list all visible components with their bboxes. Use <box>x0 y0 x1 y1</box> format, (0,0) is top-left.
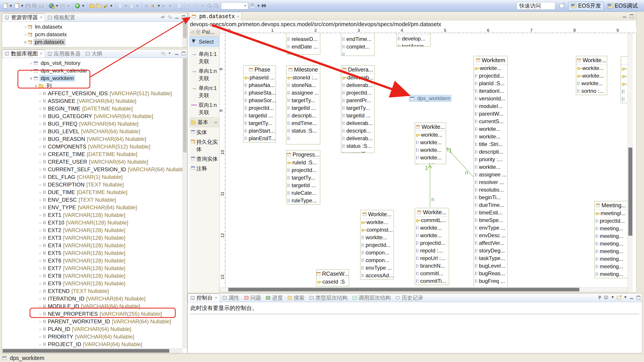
canvas-hscrollbar[interactable] <box>220 287 628 292</box>
tab-应用服务器[interactable]: 应用服务器 <box>45 50 83 58</box>
entity-attribute[interactable] <box>286 33 320 35</box>
dropdown-arrow[interactable]: ▼ <box>110 4 113 8</box>
tree-expander-icon[interactable]: › <box>37 137 43 142</box>
entity-deliverable[interactable]: Delivera...deliverab...deliverab...proje… <box>341 65 374 153</box>
open-perspective-icon[interactable] <box>559 3 565 9</box>
tree-item-dps_workitem[interactable]: ∨dps_workitem <box>2 74 187 82</box>
perspective-button-EOS调试[interactable]: EOS调试 <box>605 2 640 10</box>
tree-expander-icon[interactable]: › <box>37 129 43 134</box>
entity-attribute[interactable]: phaseNa... <box>244 82 276 89</box>
column-item-EXT7[interactable]: ›EXT7[VARCHAR(128) Nullable] <box>2 264 187 272</box>
entity-attribute[interactable]: accessAd... <box>360 272 394 279</box>
entity-attribute[interactable]: workite... <box>576 64 607 72</box>
entity-attribute[interactable]: projectId... <box>594 217 628 225</box>
entity-attribute[interactable]: complet... <box>341 43 374 50</box>
entity-attribute[interactable]: bugLevel... <box>474 262 507 270</box>
palette-tool-单向n:1 关联[interactable]: →单向n:1 关联 <box>190 84 219 100</box>
entity-phase[interactable]: PhasephaseId ...phaseNa...phaseSta...pha… <box>243 65 276 142</box>
maximize-icon[interactable] <box>629 14 634 18</box>
palette-tool-Select[interactable]: Select <box>190 37 219 46</box>
column-item-EXTEND[interactable]: ›EXTEND[TEXT Nullable] <box>2 287 187 295</box>
minimize-icon[interactable] <box>622 14 627 18</box>
tree-expander-icon[interactable]: › <box>37 144 43 149</box>
dropdown-arrow[interactable]: ▼ <box>611 295 614 300</box>
entity-attribute[interactable]: workite... <box>415 131 446 139</box>
column-item-EXT1[interactable]: ›EXT1[VARCHAR(128) Nullable] <box>2 211 187 219</box>
entity-attribute[interactable]: resolver ... <box>474 178 507 186</box>
tree-expander-icon[interactable]: › <box>37 167 43 172</box>
tab-数据库视图[interactable]: 数据库视图✕ <box>2 50 45 58</box>
maximize-icon[interactable] <box>636 295 641 300</box>
entity-attribute[interactable]: dueTime... <box>474 201 507 209</box>
column-item-BUG_FREQ[interactable]: ›BUG_FREQ[VARCHAR(64) Nullable] <box>2 120 187 128</box>
tree-expander-icon[interactable]: › <box>37 205 43 210</box>
tree-item-pcm.datasetx[interactable]: ›pcm.datasetx <box>2 31 187 38</box>
entity-attribute[interactable]: envDesc ... <box>474 232 507 239</box>
entity-attribute[interactable]: ruleType... <box>286 197 320 204</box>
entity-attribute[interactable] <box>341 33 374 35</box>
entity-attribute[interactable]: storyDeg... <box>474 247 507 254</box>
column-item-PROJECT_ID[interactable]: ›PROJECT_ID[VARCHAR(64) Nullable] <box>2 340 187 348</box>
column-item-ASSIGNEE[interactable]: ›ASSIGNEE[VARCHAR(64) Nullable] <box>2 97 187 105</box>
entity-attribute[interactable]: workite... <box>415 232 449 239</box>
entity-attribute[interactable]: workite... <box>474 163 507 171</box>
entity-meeting[interactable]: Meeting...meetingI...projectId...meeting… <box>594 201 628 278</box>
column-item-EXT10[interactable]: ›EXT10[VARCHAR(128) Nullable] <box>2 219 187 226</box>
entity-attribute[interactable]: deliverab... <box>341 82 374 89</box>
entity-attribute[interactable]: ruleId :S... <box>286 159 320 166</box>
tree-expander-icon[interactable]: › <box>37 114 43 119</box>
minimize-icon[interactable] <box>629 295 634 300</box>
entity-attribute[interactable]: parentW... <box>474 110 507 118</box>
tree-item-dps_visit_history[interactable]: ›dps_visit_history <box>2 59 187 67</box>
entity-attribute[interactable]: endTime... <box>341 35 374 43</box>
dropdown-arrow[interactable]: ▼ <box>9 4 12 8</box>
entity-attribute[interactable]: meeting... <box>594 232 628 240</box>
entity-wk-mid[interactable]: Workite...workite...compInst...workite..… <box>360 210 394 280</box>
entity-attribute[interactable]: affectVer... <box>474 239 507 247</box>
tree-expander-icon[interactable]: ∨ <box>33 84 39 88</box>
palette-tool-持久化实体[interactable]: 持久化实体 <box>190 137 219 154</box>
palette-tool-查询实体[interactable]: 查询实体 <box>190 154 219 164</box>
newdoc-icon[interactable] <box>14 3 20 9</box>
entity-attribute[interactable]: repoId :... <box>415 247 449 254</box>
entity-attribute[interactable]: phaseSor... <box>244 96 276 104</box>
entity-attribute[interactable] <box>286 134 320 142</box>
maximize-icon[interactable] <box>181 15 186 20</box>
dropdown-arrow[interactable]: ▼ <box>82 4 85 8</box>
entity-wk-commit[interactable]: Workite...commitL...workite...workite...… <box>415 208 449 285</box>
entity-attribute[interactable]: commitL... <box>341 150 374 153</box>
tree-expander-icon[interactable]: › <box>37 182 43 187</box>
column-item-NEW_PROPERTIES[interactable]: ›NEW_PROPERTIES[VARCHAR(255) Nullable] <box>2 310 187 318</box>
tree-expander-icon[interactable]: › <box>37 175 43 180</box>
tree-expander-icon[interactable]: › <box>22 24 28 29</box>
tree-expander-icon[interactable]: › <box>37 266 43 271</box>
tree-expander-icon[interactable]: › <box>37 274 43 278</box>
tree-item-columns[interactable]: ∨列 <box>2 82 187 90</box>
column-item-EXT4[interactable]: ›EXT4[VARCHAR(128) Nullable] <box>2 242 187 249</box>
tree-expander-icon[interactable]: › <box>37 251 43 256</box>
collapse-all-icon[interactable] <box>168 15 173 20</box>
entity-attribute[interactable]: bugReas... <box>474 270 507 277</box>
entity-attribute[interactable]: workite... <box>474 125 507 133</box>
entity-attribute[interactable]: meeting... <box>594 255 628 263</box>
column-item-EXT2[interactable]: ›EXT2[VARCHAR(128) Nullable] <box>2 226 187 234</box>
dropdown-arrow[interactable]: ▼ <box>157 4 160 8</box>
close-icon[interactable]: ✕ <box>40 52 43 56</box>
entity-attribute[interactable]: projectId... <box>415 239 449 247</box>
entity-attribute[interactable]: planEndT... <box>244 134 276 142</box>
entity-rcase[interactable]: RCaseW...caseId :S <box>316 270 349 286</box>
entity-wk-right[interactable]: Workite...workite...workite...workite...… <box>576 56 607 95</box>
quick-access-input[interactable]: 快速访问 <box>517 2 555 10</box>
entity-attribute[interactable]: meeting... <box>594 248 628 255</box>
entity-attribute[interactable]: envType ... <box>360 264 394 272</box>
tree-expander-icon[interactable]: › <box>37 152 43 157</box>
entity-attribute[interactable]: caseId :S <box>316 278 349 286</box>
entity-attribute[interactable]: timeEsti... <box>474 209 507 216</box>
entity-attribute[interactable]: deliverab... <box>341 134 374 142</box>
entity-attribute[interactable]: iterationI... <box>474 87 507 95</box>
tab-调用层次结构[interactable]: 调用层次结构 <box>350 294 393 302</box>
entity-attribute[interactable]: workite... <box>360 234 394 241</box>
entity-attribute[interactable]: title :Stri... <box>474 140 507 148</box>
tree-expander-icon[interactable]: › <box>22 32 28 37</box>
entity-attribute[interactable]: taskType... <box>474 254 507 262</box>
